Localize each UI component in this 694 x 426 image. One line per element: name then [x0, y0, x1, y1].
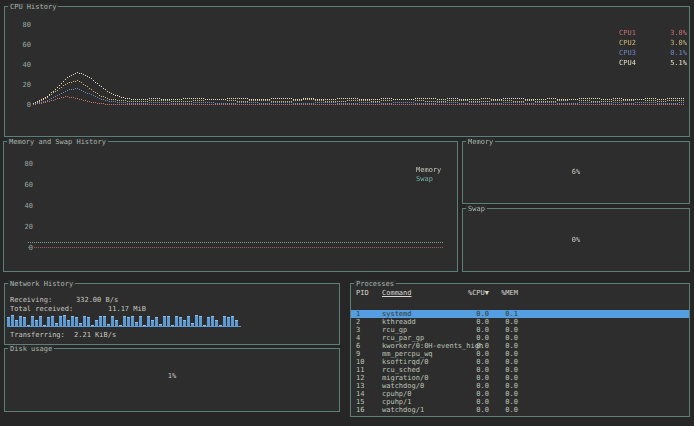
process-pid: 16	[356, 406, 364, 414]
process-cpu: 0.0	[453, 334, 489, 342]
process-cpu: 0.0	[453, 374, 489, 382]
table-row[interactable]: 6 kworker/0:0H-events_high 0.0 0.0	[351, 342, 689, 350]
process-command: rcu_gp	[382, 326, 407, 334]
process-mem: 0.0	[491, 334, 518, 342]
process-cpu: 0.0	[453, 358, 489, 366]
swap-gauge-panel: Swap 0%	[462, 208, 690, 272]
process-command: watchdog/0	[382, 382, 424, 390]
header-pid[interactable]: PID	[356, 289, 369, 297]
cpu-legend-row: CPU45.1%	[619, 59, 687, 69]
transferring-label: Transferring:	[10, 331, 65, 339]
table-row[interactable]: 11 rcu_sched 0.0 0.0	[351, 366, 689, 374]
cpu-legend: CPU13.0%CPU23.0%CPU30.1%CPU45.1%	[619, 29, 687, 69]
process-mem: 0.0	[491, 350, 518, 358]
process-mem: 0.0	[491, 366, 518, 374]
cpu-legend-row: CPU30.1%	[619, 49, 687, 59]
cpu-legend-value: 5.1%	[670, 59, 687, 69]
process-command: kthreadd	[382, 318, 416, 326]
cpu-history-chart	[33, 13, 687, 131]
header-command[interactable]: Command	[382, 289, 412, 297]
process-cpu: 0.0	[453, 366, 489, 374]
cpu-history-title: CPU History	[8, 3, 58, 11]
cpu-legend-row: CPU23.0%	[619, 39, 687, 49]
table-row[interactable]: 4 rcu_par_gp 0.0 0.0	[351, 334, 689, 342]
process-cpu: 0.0	[453, 350, 489, 358]
header-cpu-sort[interactable]: %CPU▼	[453, 289, 489, 297]
process-cpu: 0.0	[453, 398, 489, 406]
process-pid: 14	[356, 390, 364, 398]
table-row[interactable]: 9 mm_percpu_wq 0.0 0.0	[351, 350, 689, 358]
receiving-value: 332.00 B/s	[76, 296, 118, 304]
process-mem: 0.1	[491, 310, 518, 318]
total-received-label: Total received:	[10, 305, 73, 313]
process-pid: 9	[356, 350, 360, 358]
total-received-value: 11.17 MiB	[108, 305, 146, 313]
process-mem: 0.0	[491, 318, 518, 326]
processes-panel: Processes PID Command %CPU▼ %MEM 1 syste…	[350, 283, 690, 417]
process-cpu: 0.0	[453, 406, 489, 414]
process-mem: 0.0	[491, 406, 518, 414]
y-axis-tick: 80	[15, 21, 31, 29]
table-row[interactable]: 15 cpuhp/1 0.0 0.0	[351, 398, 689, 406]
memory-gauge-panel: Memory 6%	[462, 141, 690, 204]
process-command: ksoftirqd/0	[382, 358, 428, 366]
process-mem: 0.0	[491, 382, 518, 390]
table-row[interactable]: 14 cpuhp/0 0.0 0.0	[351, 390, 689, 398]
process-cpu: 0.0	[453, 390, 489, 398]
process-command: cpuhp/0	[382, 390, 412, 398]
memory-swap-history-title: Memory and Swap History	[7, 138, 108, 146]
process-command: systemd	[382, 310, 412, 318]
process-mem: 0.0	[491, 342, 518, 350]
process-command: watchdog/1	[382, 406, 424, 414]
process-mem: 0.0	[491, 398, 518, 406]
disk-usage-percent: 1%	[5, 372, 339, 380]
process-command: rcu_sched	[382, 366, 420, 374]
network-total-received-line: Total received: 11.17 MiB	[10, 305, 335, 313]
memory-gauge-title: Memory	[466, 138, 495, 146]
process-pid: 4	[356, 334, 360, 342]
process-cpu: 0.0	[453, 326, 489, 334]
y-axis-tick: 20	[15, 81, 31, 89]
process-pid: 6	[356, 342, 360, 350]
receiving-label: Receiving:	[10, 296, 52, 304]
table-row[interactable]: 2 kthreadd 0.0 0.0	[351, 318, 689, 326]
process-pid: 13	[356, 382, 364, 390]
process-command: cpuhp/1	[382, 398, 412, 406]
network-history-panel: Network History Receiving: 332.00 B/s To…	[4, 283, 340, 345]
process-command: migration/0	[382, 374, 428, 382]
process-mem: 0.0	[491, 358, 518, 366]
table-row[interactable]: 13 watchdog/0 0.0 0.0	[351, 382, 689, 390]
cpu-legend-value: 0.1%	[670, 49, 687, 59]
cpu-legend-value: 3.0%	[670, 29, 687, 39]
table-row[interactable]: 1 systemd 0.0 0.1	[351, 310, 689, 318]
disk-usage-title: Disk usage	[8, 345, 54, 353]
network-receiving-line: Receiving: 332.00 B/s	[10, 296, 335, 304]
y-axis-tick: 60	[15, 41, 31, 49]
process-command: mm_percpu_wq	[382, 350, 433, 358]
process-pid: 15	[356, 398, 364, 406]
process-mem: 0.0	[491, 390, 518, 398]
process-cpu: 0.0	[453, 382, 489, 390]
table-row[interactable]: 3 rcu_gp 0.0 0.0	[351, 326, 689, 334]
process-pid: 10	[356, 358, 364, 366]
process-mem: 0.0	[491, 326, 518, 334]
table-row[interactable]: 16 watchdog/1 0.0 0.0	[351, 406, 689, 414]
cpu-y-axis: 806040200	[15, 7, 31, 136]
swap-gauge-title: Swap	[466, 205, 487, 213]
y-axis-tick: 40	[15, 61, 31, 69]
network-receiving-chart	[7, 314, 247, 327]
process-table-rows: 1 systemd 0.0 0.1 2 kthreadd 0.0 0.0 3 r…	[351, 310, 689, 414]
table-row[interactable]: 10 ksoftirqd/0 0.0 0.0	[351, 358, 689, 366]
transferring-value: 2.21 KiB/s	[74, 331, 116, 339]
table-row[interactable]: 12 migration/0 0.0 0.0	[351, 374, 689, 382]
memory-usage-percent: 6%	[463, 168, 689, 176]
process-pid: 11	[356, 366, 364, 374]
header-mem[interactable]: %MEM	[491, 289, 518, 297]
disk-usage-panel: Disk usage 1%	[4, 348, 340, 412]
cpu-legend-row: CPU13.0%	[619, 29, 687, 39]
y-axis-tick: 0	[15, 101, 31, 109]
cpu-history-panel: CPU History 806040200 CPU13.0%CPU23.0%CP…	[4, 6, 690, 137]
memory-legend-label: Memory	[416, 166, 441, 174]
process-command: rcu_par_gp	[382, 334, 424, 342]
memory-swap-chart	[28, 148, 452, 266]
